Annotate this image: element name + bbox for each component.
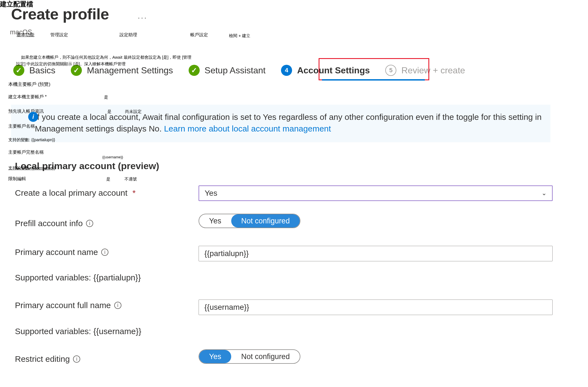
zh-info-l2: 設定] 中此設定的切換開關顯示 [否]。深入瞭解本機帳戶管理	[16, 61, 126, 67]
step-mgmt-label: Management Settings	[87, 65, 173, 76]
zh-prefill-lbl: 預先填入帳戶資訊	[8, 109, 44, 114]
primary-name-input[interactable]: {{partialupn}}	[199, 246, 553, 261]
zh-restrict-yes: 是	[106, 177, 110, 182]
restrict-toggle[interactable]: Yes Not configured	[199, 349, 300, 364]
prefill-notconfigured[interactable]: Not configured	[231, 214, 300, 228]
restrict-label: Restrict editing i	[15, 354, 80, 364]
primary-fullname-hint: Supported variables: {{username}}	[15, 327, 141, 336]
zh-create-lbl: 建立本機主要帳戶 *	[8, 94, 47, 100]
info-icon: i	[28, 112, 38, 122]
highlight-box	[319, 58, 429, 80]
step-basics[interactable]: Basics	[13, 65, 55, 79]
ellipsis-icon[interactable]: ···	[138, 13, 147, 22]
check-icon	[189, 65, 200, 76]
prefill-label: Prefill account info i	[15, 219, 93, 228]
prefill-toggle[interactable]: Yes Not configured	[199, 214, 300, 228]
primary-name-label: Primary account name i	[15, 247, 108, 257]
zh-create-val: 是	[104, 95, 108, 100]
chevron-down-icon: ⌄	[542, 190, 547, 197]
step-basics-label: Basics	[29, 65, 55, 76]
step-setup[interactable]: Setup Assistant	[189, 65, 266, 79]
info-banner: If you create a local account, Await fin…	[11, 105, 550, 142]
info-banner-link[interactable]: Learn more about local account managemen…	[164, 124, 331, 133]
create-account-label: Create a local primary account*	[15, 188, 136, 198]
zh-prefill-yes: 是	[107, 109, 111, 114]
zh-restrict-lbl: 限制編輯	[8, 176, 26, 182]
zh-pfull-val: {{username}}	[102, 155, 123, 159]
step-setup-label: Setup Assistant	[205, 65, 266, 76]
create-account-select[interactable]: Yes ⌄	[199, 185, 553, 201]
restrict-notconfigured[interactable]: Not configured	[231, 350, 300, 363]
info-icon[interactable]: i	[73, 355, 80, 363]
create-account-value: Yes	[205, 189, 217, 198]
info-icon[interactable]: i	[86, 220, 93, 227]
prefill-yes[interactable]: Yes	[199, 214, 231, 228]
zh-tab-basics: 基本功能	[17, 32, 34, 38]
active-step-underline	[322, 79, 425, 81]
zh-info-l1: 如果您建立本機帳戶，則不論任何其他設定為何，Await 最終設定都會設定為 [是…	[21, 55, 191, 60]
zh-hint-user: 支持的變數: {{username}}	[8, 166, 55, 171]
primary-fullname-value: {{username}}	[204, 303, 249, 312]
info-icon[interactable]: i	[101, 249, 108, 256]
primary-name-hint: Supported variables: {{partialupn}}	[15, 273, 141, 282]
zh-restrict-no: 不適號	[124, 177, 137, 182]
zh-pname-lbl: 主要帳戶名稱	[8, 123, 35, 129]
zh-section: 本機主要帳戶 (預覽)	[8, 81, 50, 87]
primary-fullname-input[interactable]: {{username}}	[199, 300, 553, 315]
info-icon[interactable]: i	[114, 302, 121, 309]
zh-tab-acct: 帳戶設定	[190, 32, 208, 38]
zh-prefill-no: 尚未設定	[125, 109, 142, 114]
zh-pfull-lbl: 主要帳戶完整名稱	[8, 149, 44, 155]
step-number-icon: 4	[281, 65, 292, 76]
zh-title: 建立配置檔	[0, 0, 33, 8]
primary-name-value: {{partialupn}}	[204, 249, 249, 258]
restrict-yes[interactable]: Yes	[199, 350, 231, 363]
zh-hint-partial: 支持的變數: {{partialupn}}	[8, 137, 55, 143]
primary-fullname-label: Primary account full name i	[15, 301, 121, 310]
zh-tab-setup: 設定助理	[119, 32, 137, 38]
zh-tab-mgmt: 管理設定	[50, 32, 68, 38]
zh-tab-review: 檢閱 + 建立	[229, 33, 250, 38]
step-mgmt[interactable]: Management Settings	[71, 65, 173, 79]
